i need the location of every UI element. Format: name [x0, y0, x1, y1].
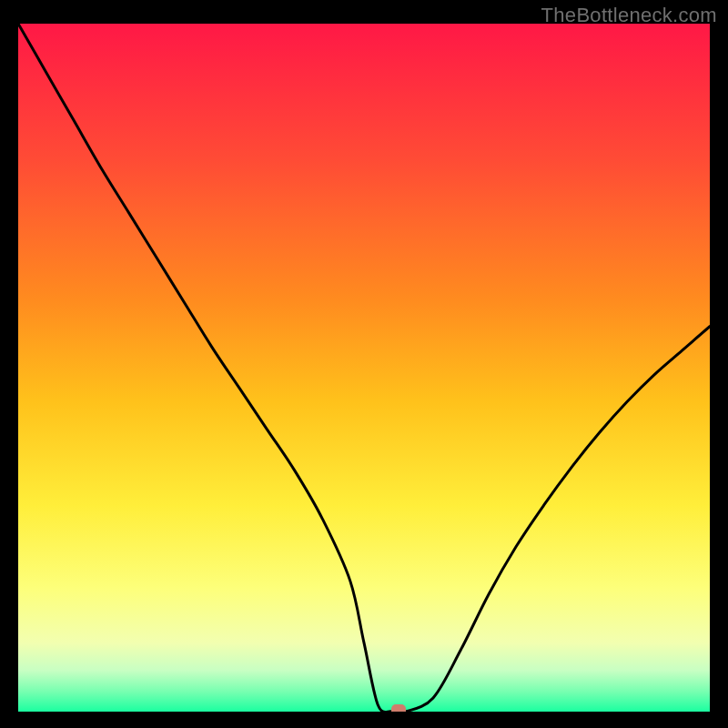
- gradient-background: [18, 24, 710, 712]
- watermark-label: TheBottleneck.com: [541, 4, 717, 27]
- chart-frame: TheBottleneck.com: [0, 0, 728, 728]
- optimal-point-marker: [391, 704, 406, 712]
- plot-area: [18, 24, 710, 712]
- chart-svg: [18, 24, 710, 712]
